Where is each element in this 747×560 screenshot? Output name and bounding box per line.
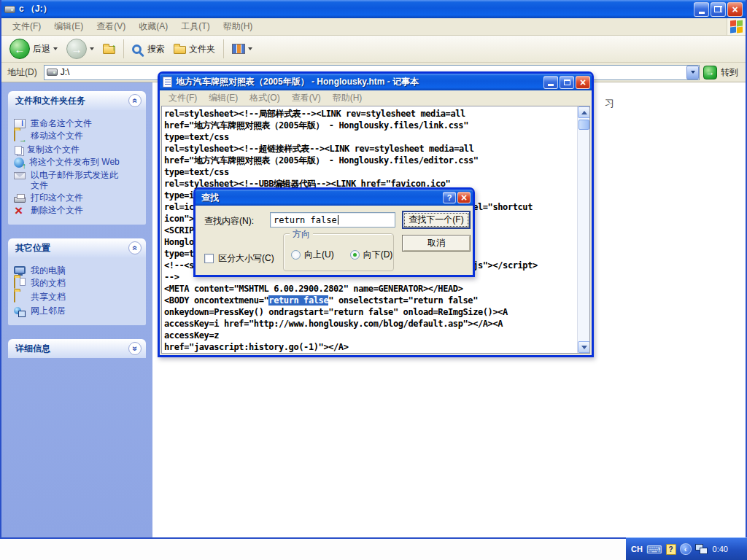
menu-item[interactable]: 格式(O) xyxy=(244,91,285,104)
explorer-titlebar[interactable]: c （J:） × xyxy=(1,0,746,18)
menu-item[interactable]: 编辑(E) xyxy=(203,91,244,104)
ime-indicator[interactable]: CH xyxy=(631,545,643,553)
task-link-label: 复制这个文件 xyxy=(27,144,80,155)
expand-chevron-icon[interactable]: » xyxy=(128,342,142,355)
scroll-up-button[interactable] xyxy=(578,106,590,118)
menu-item[interactable]: 帮助(H) xyxy=(327,91,368,104)
windows-logo-icon xyxy=(727,18,746,35)
search-icon xyxy=(132,44,142,54)
back-dropdown-icon xyxy=(53,47,58,50)
menu-item[interactable]: 文件(F) xyxy=(6,19,47,34)
network-places-icon xyxy=(14,306,26,317)
delete-icon xyxy=(14,205,26,217)
task-link-label: 共享文档 xyxy=(31,292,66,302)
maximize-button[interactable] xyxy=(560,76,574,89)
drive-icon xyxy=(4,6,15,13)
vertical-scrollbar[interactable] xyxy=(577,106,589,353)
menu-item[interactable]: 文件(F) xyxy=(163,91,203,104)
task-link[interactable]: 复制这个文件 xyxy=(14,144,142,155)
match-case-checkbox[interactable]: 区分大小写(C) xyxy=(204,252,274,265)
clock[interactable]: 0:40 xyxy=(713,545,728,553)
menu-item[interactable]: 帮助(H) xyxy=(217,19,260,34)
system-tray: CH ⌨ ? ‹ 0:40 xyxy=(626,537,747,560)
task-link[interactable]: 我的文档 xyxy=(14,278,142,289)
help-button[interactable]: ? xyxy=(443,192,456,203)
task-link[interactable]: 共享文档 xyxy=(14,292,142,303)
task-link[interactable]: 重命名这个文件 xyxy=(14,118,142,128)
task-pane: 文件和文件夹任务 « 重命名这个文件移动这个文件复制这个文件将这个文件发布到 W… xyxy=(1,82,152,537)
scroll-down-button[interactable] xyxy=(578,341,590,353)
notepad-titlebar[interactable]: 地方汽车牌照对照表（2005年版） - Honglousky.htm - 记事本… xyxy=(160,74,592,90)
help-icon[interactable]: ? xyxy=(666,544,676,555)
back-button[interactable]: ← 后退 xyxy=(6,37,61,61)
keyboard-icon[interactable]: ⌨ xyxy=(646,544,662,555)
find-dialog: 查找 ? × 查找内容(N): return false 查找下一个(F) 取消… xyxy=(193,187,475,277)
views-button[interactable] xyxy=(228,37,256,61)
close-icon: × xyxy=(461,192,467,203)
file-tasks-header[interactable]: 文件和文件夹任务 « xyxy=(8,91,146,110)
task-link[interactable]: 移动这个文件 xyxy=(14,131,142,142)
hide-icons-chevron-icon[interactable]: ‹ xyxy=(680,543,692,555)
scrollbar-thumb[interactable] xyxy=(578,120,589,130)
task-link-label: 我的电脑 xyxy=(31,265,66,276)
task-link-label: 我的文档 xyxy=(31,278,66,288)
restore-icon xyxy=(714,6,722,12)
task-link-label: 删除这个文件 xyxy=(31,205,83,215)
move-icon xyxy=(14,131,26,142)
go-button[interactable]: 转到 xyxy=(721,66,743,79)
menu-item[interactable]: 工具(T) xyxy=(174,19,216,34)
minimize-icon xyxy=(548,84,554,86)
radio-selected-icon xyxy=(350,250,360,260)
other-places-header[interactable]: 其它位置 « xyxy=(8,238,146,257)
find-dialog-titlebar[interactable]: 查找 ? × xyxy=(196,190,473,206)
close-button[interactable]: × xyxy=(727,2,743,17)
find-what-input[interactable]: return false xyxy=(270,212,395,228)
task-link[interactable]: 网上邻居 xyxy=(14,306,142,317)
task-link[interactable]: 打印这个文件 xyxy=(14,192,142,203)
toolbar-separator xyxy=(123,39,124,58)
find-dialog-title: 查找 xyxy=(201,192,441,204)
forward-icon: → xyxy=(66,39,87,59)
task-link[interactable]: 以电子邮件形式发送此文件 xyxy=(14,170,142,190)
folders-button[interactable]: 文件夹 xyxy=(170,37,219,61)
collapse-chevron-icon[interactable]: « xyxy=(128,94,142,107)
close-button[interactable]: × xyxy=(576,76,590,89)
task-link[interactable]: 删除这个文件 xyxy=(14,205,142,217)
details-header[interactable]: 详细信息 » xyxy=(8,339,146,358)
minimize-icon xyxy=(699,12,705,14)
minimize-button[interactable] xyxy=(543,76,558,89)
menu-item[interactable]: 查看(V) xyxy=(286,91,327,104)
menu-item[interactable]: 收藏(A) xyxy=(132,19,174,34)
go-icon[interactable]: → xyxy=(703,66,717,79)
forward-button[interactable]: → xyxy=(63,37,98,61)
up-button[interactable]: ↑ xyxy=(99,37,119,61)
selected-text: return false xyxy=(268,295,328,306)
task-link[interactable]: 将这个文件发布到 Web xyxy=(14,157,142,168)
file-label-fragment: 习 xyxy=(605,97,614,110)
search-button[interactable]: 搜索 xyxy=(128,37,169,61)
text-caret xyxy=(338,215,338,225)
menu-item[interactable]: 查看(V) xyxy=(90,19,132,34)
print-icon xyxy=(14,197,26,203)
cancel-button[interactable]: 取消 xyxy=(402,235,471,252)
find-what-label: 查找内容(N): xyxy=(204,215,254,228)
menu-item[interactable]: 编辑(E) xyxy=(47,19,90,34)
task-link-label: 以电子邮件形式发送此文件 xyxy=(31,170,125,190)
forward-dropdown-icon xyxy=(90,47,94,50)
minimize-button[interactable] xyxy=(694,2,709,17)
direction-down-radio[interactable]: 向下(D) xyxy=(350,249,393,261)
close-button[interactable]: × xyxy=(457,192,471,203)
direction-up-radio[interactable]: 向上(U) xyxy=(291,249,334,261)
address-value: J:\ xyxy=(61,67,70,77)
task-link-label: 网上邻居 xyxy=(31,306,66,316)
find-next-button[interactable]: 查找下一个(F) xyxy=(402,211,471,229)
task-link-label: 重命名这个文件 xyxy=(31,118,92,128)
direction-groupbox: 方向 向上(U) 向下(D) xyxy=(283,233,394,271)
restore-button[interactable] xyxy=(711,2,726,17)
network-icon[interactable] xyxy=(695,544,708,554)
task-link[interactable]: 我的电脑 xyxy=(14,265,142,276)
toolbar-separator xyxy=(223,39,224,58)
address-dropdown-button[interactable] xyxy=(686,66,699,79)
collapse-chevron-icon[interactable]: « xyxy=(128,241,142,254)
address-label: 地址(D) xyxy=(4,66,40,79)
